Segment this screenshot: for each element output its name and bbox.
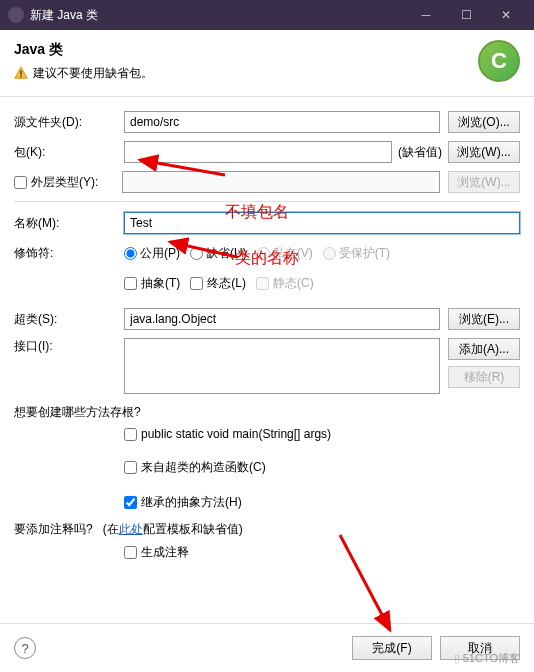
label-enclosing: 外层类型(Y):	[31, 174, 98, 191]
package-default-hint: (缺省值)	[398, 144, 442, 161]
label-interfaces: 接口(I):	[14, 338, 124, 355]
comments-question: 要添加注释吗? (在此处配置模板和缺省值)	[14, 521, 520, 538]
label-superclass: 超类(S):	[14, 311, 124, 328]
label-name: 名称(M):	[14, 215, 124, 232]
finish-button[interactable]: 完成(F)	[352, 636, 432, 660]
close-button[interactable]: ✕	[486, 0, 526, 30]
maximize-button[interactable]: ☐	[446, 0, 486, 30]
divider	[14, 201, 520, 202]
browse-package-button[interactable]: 浏览(W)...	[448, 141, 520, 163]
modifier-default-radio[interactable]	[190, 247, 203, 260]
modifier-protected-radio	[323, 247, 336, 260]
superclass-input[interactable]	[124, 308, 440, 330]
name-input[interactable]	[124, 212, 520, 234]
remove-interface-button: 移除(R)	[448, 366, 520, 388]
class-icon: C	[478, 40, 520, 82]
page-title: Java 类	[14, 41, 478, 59]
modifier-final-checkbox[interactable]	[190, 277, 203, 290]
enclosing-input	[122, 171, 440, 193]
package-input[interactable]	[124, 141, 392, 163]
browse-source-button[interactable]: 浏览(O)...	[448, 111, 520, 133]
add-interface-button[interactable]: 添加(A)...	[448, 338, 520, 360]
stub-constructors-checkbox[interactable]	[124, 461, 137, 474]
enclosing-checkbox[interactable]	[14, 176, 27, 189]
warning-icon	[14, 66, 28, 80]
generate-comments-checkbox[interactable]	[124, 546, 137, 559]
modifier-abstract-checkbox[interactable]	[124, 277, 137, 290]
modifier-private-radio	[257, 247, 270, 260]
label-package: 包(K):	[14, 144, 124, 161]
help-button[interactable]: ?	[14, 637, 36, 659]
titlebar: 新建 Java 类 ─ ☐ ✕	[0, 0, 534, 30]
source-folder-input[interactable]	[124, 111, 440, 133]
dialog-header: Java 类 建议不要使用缺省包。 C	[0, 30, 534, 97]
label-source-folder: 源文件夹(D):	[14, 114, 124, 131]
modifier-static-checkbox	[256, 277, 269, 290]
stub-main-checkbox[interactable]	[124, 428, 137, 441]
browse-enclosing-button: 浏览(W)...	[448, 171, 520, 193]
label-modifiers: 修饰符:	[14, 245, 124, 262]
browse-superclass-button[interactable]: 浏览(E)...	[448, 308, 520, 330]
stub-inherited-checkbox[interactable]	[124, 496, 137, 509]
stubs-question: 想要创建哪些方法存根?	[14, 404, 520, 421]
minimize-button[interactable]: ─	[406, 0, 446, 30]
modifier-public-radio[interactable]	[124, 247, 137, 260]
svg-rect-0	[20, 70, 22, 74]
eclipse-icon	[8, 7, 24, 23]
watermark: ▯ 51CTO博客	[454, 651, 520, 666]
configure-link[interactable]: 此处	[119, 522, 143, 536]
warning-text: 建议不要使用缺省包。	[33, 65, 153, 82]
svg-rect-1	[20, 76, 22, 78]
window-title: 新建 Java 类	[30, 7, 406, 24]
interfaces-list[interactable]	[124, 338, 440, 394]
